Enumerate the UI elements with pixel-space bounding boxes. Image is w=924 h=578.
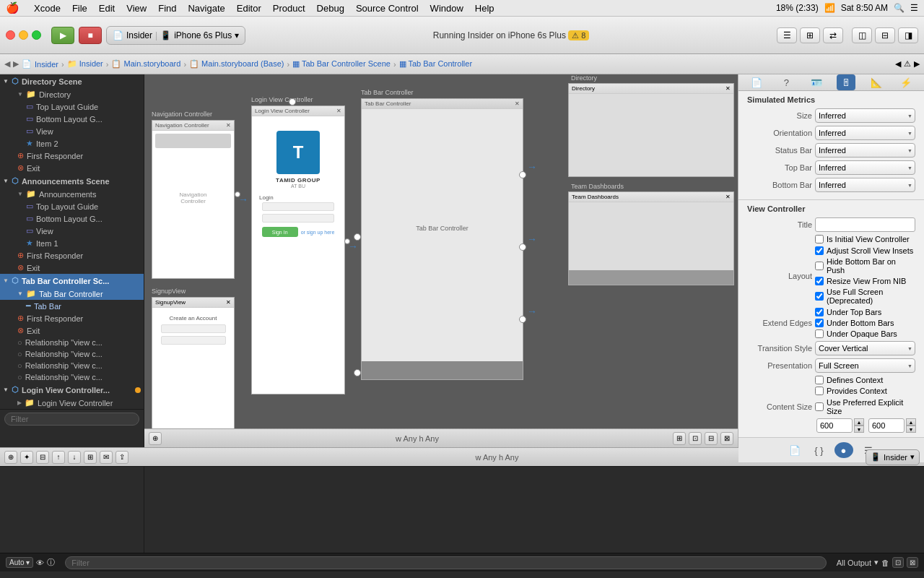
help-inspector-btn[interactable]: ? [777,74,796,90]
relationship-2[interactable]: ○ Relationship "view c... [0,348,144,360]
canvas-grid-btn[interactable]: ⊞ [673,432,686,445]
login-field-2[interactable] [262,214,334,223]
nav-next-issue[interactable]: ▶ [914,59,920,69]
item-2[interactable]: ★ Item 2 [0,137,144,150]
size-select[interactable]: Inferred [815,108,915,123]
view-2[interactable]: ▭ View [0,225,144,237]
sign-in-btn[interactable]: Sign In [262,227,298,237]
wand-btn[interactable]: ⇪ [116,451,128,464]
split-btn-2[interactable]: ⊠ [907,557,918,568]
menubar-source-control[interactable]: Source Control [350,3,424,14]
canvas-add-btn[interactable]: ⊕ [149,432,162,445]
relationship-1[interactable]: ○ Relationship "view c... [0,337,144,348]
relationship-4[interactable]: ○ Relationship "view c... [0,371,144,383]
announcements-scene-header[interactable]: ▼ ⬡ Announcements Scene [0,174,144,188]
width-stepper[interactable]: ▲ ▼ [854,418,864,433]
nav-forward-btn[interactable]: ▶ [13,59,19,69]
canvas-zoom-btn-1[interactable]: ⊟ [705,432,718,445]
breadcrumb-tabbar-scene[interactable]: ▦ Tab Bar Controller Scene [292,59,391,69]
align-btn[interactable]: ⊟ [36,451,49,464]
bottom-layout-guide-2[interactable]: ▭ Bottom Layout G... [0,212,144,225]
height-input[interactable]: 600 [868,418,905,433]
vc-title-control[interactable] [815,217,915,232]
vc-title-input[interactable] [815,217,915,232]
search-icon[interactable]: 🔍 [894,3,905,13]
presentation-select[interactable]: Full Screen [815,358,915,373]
constrain-btn-up[interactable]: ↑ [52,451,65,464]
constrain-btn-down[interactable]: ↓ [68,451,81,464]
initial-vc-checkbox[interactable] [815,235,824,243]
under-opaque-cb[interactable] [815,329,824,338]
signup-frame[interactable]: SignupView✕ Create an Account [152,297,235,434]
attributes-inspector-btn[interactable]: 🎚 [837,74,855,90]
relationship-3[interactable]: ○ Relationship "view c... [0,360,144,371]
height-stepper-up[interactable]: ▲ [906,418,916,426]
login-scene-header[interactable]: ▼ ⬡ Login View Controller... [0,383,144,397]
provides-context-cb[interactable] [815,387,824,395]
bottom-bar-control[interactable]: Inferred [815,178,915,192]
status-bar-select[interactable]: Inferred [815,143,915,158]
transition-select[interactable]: Cover Vertical [815,341,915,355]
width-stepper-up[interactable]: ▲ [854,418,864,426]
top-bar-control[interactable]: Inferred [815,160,915,175]
defines-context-cb[interactable] [815,376,824,384]
identity-inspector-btn[interactable]: 🪪 [807,74,826,90]
menubar-product[interactable]: Product [267,3,311,14]
presentation-control[interactable]: Full Screen [815,358,915,373]
height-stepper-down[interactable]: ▼ [906,426,916,433]
editor-standard-btn[interactable]: ☰ [777,27,797,43]
eye-icon[interactable]: 👁 [36,558,44,567]
nav-controller-frame[interactable]: Navigation Controller ✕ NavigationContro… [152,120,235,279]
inspector-toggle[interactable]: ◨ [898,27,918,43]
breadcrumb-storyboard[interactable]: 📋 Main.storyboard [111,59,180,69]
storyboard-canvas[interactable]: Navigation Controller Navigation Control… [144,74,738,447]
menubar-help[interactable]: Help [469,3,500,14]
hide-bottom-cb[interactable] [815,262,824,270]
scheme-selector[interactable]: 📄 Insider | 📱 iPhone 6s Plus ▾ [106,26,245,45]
breadcrumb-insider-1[interactable]: Insider [35,60,58,69]
tab-bar-item[interactable]: ━ Tab Bar [0,300,144,312]
editor-version-btn[interactable]: ⇄ [823,27,843,43]
top-bar-select[interactable]: Inferred [815,160,915,175]
signup-link[interactable]: or sign up here [301,230,335,235]
breadcrumb-insider-2[interactable]: 📁 Insider [67,59,103,69]
menubar-edit[interactable]: Edit [93,3,121,14]
info-icon[interactable]: ⓘ [47,557,55,568]
first-responder-2[interactable]: ⊕ First Responder [0,249,144,262]
canvas-area[interactable]: Navigation Controller Navigation Control… [144,74,738,447]
split-btn-1[interactable]: ⊡ [892,557,904,568]
orientation-select[interactable]: Inferred [815,126,915,140]
status-bar-control[interactable]: Inferred [815,143,915,158]
embed-btn[interactable]: ⊞ [84,451,97,464]
minimize-button[interactable] [19,30,28,40]
menubar-editor[interactable]: Editor [231,3,267,14]
under-top-cb[interactable] [815,308,824,316]
transition-control[interactable]: Cover Vertical [815,341,915,355]
top-layout-guide-1[interactable]: ▭ Top Layout Guide [0,100,144,113]
first-responder-3[interactable]: ⊕ First Responder [0,312,144,324]
apple-menu[interactable]: 🍎 [6,1,19,14]
resize-nib-cb[interactable] [815,277,824,285]
directory-scene-header[interactable]: ▼ ⬡ Directory Scene [0,74,144,88]
add-object-btn[interactable]: ⊕ [4,451,17,464]
trash-icon[interactable]: 🗑 [881,558,889,567]
login-field-1[interactable] [262,202,334,211]
menubar-window[interactable]: Window [424,3,469,14]
directory-folder[interactable]: ▼ 📁 Directory [0,88,144,100]
menubar-find[interactable]: Find [152,3,182,14]
directory-frame[interactable]: Directory✕ [568,83,734,177]
tabbar-scene-header[interactable]: ▼ ⬡ Tab Bar Controller Sc... [0,274,144,288]
navigator-toggle[interactable]: ◫ [852,27,872,43]
under-bottom-cb[interactable] [815,319,824,327]
resize-dot-top[interactable] [289,98,296,105]
adjust-scroll-cb[interactable] [815,246,824,255]
resize-dot-bottom[interactable] [354,369,361,376]
height-stepper[interactable]: ▲ ▼ [906,418,916,433]
view-1[interactable]: ▭ View [0,125,144,137]
exit-2[interactable]: ⊗ Exit [0,262,144,274]
exit-3[interactable]: ⊗ Exit [0,324,144,337]
size-inspector-btn[interactable]: 📐 [867,74,886,90]
preferred-size-cb[interactable] [815,402,824,411]
auto-btn[interactable]: Auto ▾ [6,557,33,568]
run-button[interactable]: ▶ [51,27,74,44]
